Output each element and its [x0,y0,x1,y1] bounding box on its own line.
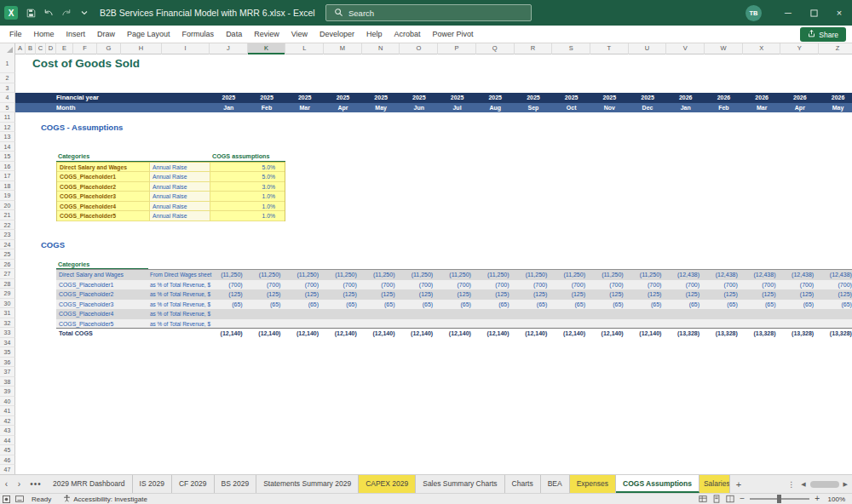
column-header-i[interactable]: I [162,43,210,54]
ribbon-tab-help[interactable]: Help [360,26,389,43]
sheet-nav-left-arrow[interactable]: ‹ [0,475,13,493]
row-header-21[interactable]: 21 [0,210,15,220]
sheet-tab-statements-summary-2029[interactable]: Statements Summary 2029 [256,475,359,493]
row-header-12[interactable]: 12 [0,123,15,133]
total-cogs-row[interactable]: Total COGS(12,140)(12,140)(12,140)(12,14… [56,328,852,338]
column-header-k[interactable]: K [248,43,286,54]
assumption-method[interactable]: Annual Raise [149,163,210,173]
cogs-row[interactable]: COGS_Placeholder2as % of Total Revenue, … [56,289,852,300]
year-cell[interactable]: 2025 [552,93,590,103]
ribbon-tab-formulas[interactable]: Formulas [176,26,221,43]
column-header-j[interactable]: J [210,43,248,54]
sheet-tab-bea[interactable]: BEA [541,475,570,493]
row-header-23[interactable]: 23 [0,230,15,240]
sheet-tab-bs-2029[interactable]: BS 2029 [215,475,257,493]
column-header-s[interactable]: S [552,43,590,54]
column-header-d[interactable]: D [46,43,56,54]
month-cell[interactable]: Apr [324,103,362,113]
ribbon-tab-file[interactable]: File [3,26,28,43]
hscroll-right-arrow[interactable]: ▶ [842,481,849,488]
assumption-value-input[interactable]: 5.0% [210,172,285,182]
year-cell[interactable]: 2026 [666,93,705,103]
column-header-m[interactable]: M [324,43,362,54]
sheet-tab-2029-mrr-dashboard[interactable]: 2029 MRR Dashboard [46,475,133,493]
ribbon-tab-home[interactable]: Home [28,26,60,43]
column-header-e[interactable]: E [56,43,73,54]
assumption-method[interactable]: Annual Raise [149,172,210,182]
month-cell[interactable]: Jun [400,103,439,113]
row-header-29[interactable]: 29 [0,289,15,299]
ribbon-tab-developer[interactable]: Developer [314,26,360,43]
column-header-y[interactable]: Y [781,43,820,54]
column-header-t[interactable]: T [590,43,629,54]
month-cell[interactable]: Aug [476,103,515,113]
year-cell[interactable]: 2025 [438,93,476,103]
ribbon-tab-data[interactable]: Data [220,26,248,43]
row-header-33[interactable]: 33 [0,328,15,338]
assumption-category[interactable]: COGS_Placeholder2 [57,182,149,192]
column-header-g[interactable]: G [97,43,121,54]
save-icon[interactable] [22,3,39,22]
assumption-category[interactable]: COGS_Placeholder4 [57,202,149,212]
column-header-h[interactable]: H [121,43,162,54]
month-cell[interactable]: Jan [666,103,705,113]
column-header-a[interactable]: A [15,43,26,54]
row-header-46[interactable]: 46 [0,455,15,466]
assumption-value-input[interactable]: 3.0% [210,182,285,192]
column-header-z[interactable]: Z [819,43,852,54]
month-cell[interactable]: Mar [743,103,781,113]
row-header-47[interactable]: 47 [0,465,15,474]
month-cell[interactable]: Jul [438,103,476,113]
column-header-p[interactable]: P [438,43,476,54]
row-header-39[interactable]: 39 [0,387,15,397]
sheet-list-ellipsis[interactable]: ••• [26,475,46,493]
row-header-44[interactable]: 44 [0,436,15,446]
zoom-slider-thumb[interactable] [777,495,781,503]
ribbon-tab-power-pivot[interactable]: Power Pivot [427,26,480,43]
column-header-c[interactable]: C [36,43,46,54]
column-header-w[interactable]: W [705,43,743,54]
excel-app-icon[interactable]: X [4,6,18,20]
column-header-b[interactable]: B [26,43,36,54]
year-cell[interactable]: 2026 [781,93,820,103]
year-cell[interactable]: 2025 [324,93,362,103]
row-header-20[interactable]: 20 [0,201,15,211]
row-header-5[interactable]: 5 [0,103,15,113]
sheet-tab-cogs-assumptions[interactable]: COGS Assumptions [616,475,699,493]
year-cell[interactable]: 2025 [515,93,553,103]
normal-view-icon[interactable] [699,495,707,503]
column-header-v[interactable]: V [666,43,705,54]
sheet-tab-cf-2029[interactable]: CF 2029 [172,475,215,493]
row-header-41[interactable]: 41 [0,406,15,416]
row-header-2[interactable]: 2 [0,73,15,83]
assumption-category[interactable]: COGS_Placeholder1 [57,172,149,182]
keyboard-icon[interactable] [13,495,26,502]
assumption-value-input[interactable]: 1.0% [210,211,285,221]
add-sheet-button[interactable]: + [730,475,747,493]
year-cell[interactable]: 2025 [400,93,439,103]
zoom-slider[interactable] [750,498,809,500]
column-header-o[interactable]: O [400,43,439,54]
row-header-27[interactable]: 27 [0,269,15,279]
month-cell[interactable]: Sep [515,103,553,113]
page-break-view-icon[interactable] [726,495,734,503]
column-header-n[interactable]: N [362,43,400,54]
year-cell[interactable]: 2025 [590,93,629,103]
row-header-37[interactable]: 37 [0,367,15,377]
year-cell[interactable]: 2025 [476,93,515,103]
year-cell[interactable]: 2026 [705,93,743,103]
assumption-category[interactable]: COGS_Placeholder3 [57,192,149,202]
row-header-24[interactable]: 24 [0,240,15,250]
zoom-out-button[interactable]: − [740,495,745,503]
row-header-19[interactable]: 19 [0,191,15,201]
row-header-14[interactable]: 14 [0,142,15,152]
maximize-button[interactable] [801,0,826,26]
user-avatar[interactable]: TB [746,5,762,21]
row-header-15[interactable]: 15 [0,152,15,162]
assumption-method[interactable]: Annual Raise [149,182,210,192]
row-header-34[interactable]: 34 [0,338,15,348]
select-all-corner[interactable] [0,43,15,54]
month-cell[interactable]: Nov [590,103,629,113]
cogs-row[interactable]: COGS_Placeholder4as % of Total Revenue, … [56,309,852,319]
cogs-row[interactable]: COGS_Placeholder3as % of Total Revenue, … [56,300,852,310]
